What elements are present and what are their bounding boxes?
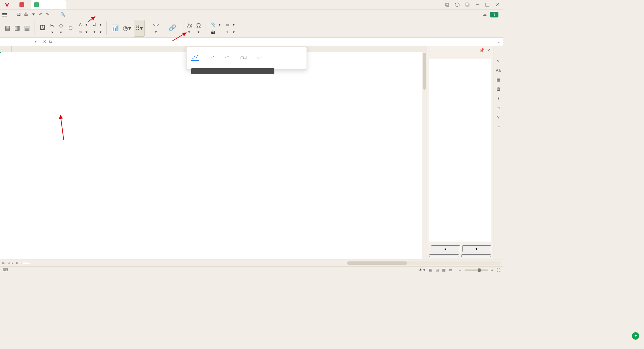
scatter-chart-button[interactable]: ⠿▾ <box>134 20 145 37</box>
search-icon[interactable]: 🔍 <box>60 12 65 17</box>
zoom-out-icon[interactable]: − <box>459 268 461 272</box>
mindmap-button[interactable]: ✦ ▾ <box>92 29 102 35</box>
style-tool-icon[interactable]: Aa <box>496 68 501 73</box>
annotation-arrow-1 <box>59 113 69 141</box>
collapse-rail-icon[interactable]: — <box>496 49 500 54</box>
picture-button[interactable]: 🖼 <box>38 20 47 37</box>
wordart-button[interactable]: A ▾ <box>77 21 88 28</box>
minimize-icon[interactable] <box>474 2 480 8</box>
print-icon[interactable]: 🖶 <box>24 12 28 17</box>
formula-bar: ▼ ✕ fx ⌄ <box>0 38 503 46</box>
selection-pane-subtitle <box>427 55 493 57</box>
svg-point-10 <box>196 57 197 58</box>
insert-ribbon: ▦ ▥ ▤ 🖼 ✂ ▾ ◇ ▾ ☺ A ▾ ▭ ▾ ⇄ ▾ ✦ ▾ 📊 ◔▾ ⠿… <box>0 19 503 38</box>
vertical-scrollbar[interactable] <box>422 52 427 259</box>
template-tab[interactable] <box>16 0 30 9</box>
print-preview-icon[interactable]: 👁 <box>32 12 36 17</box>
maximize-icon[interactable] <box>484 2 490 8</box>
chevron-down-icon[interactable]: ▼ <box>34 40 37 43</box>
hamburger-icon[interactable] <box>2 12 7 16</box>
scatter-basic-icon[interactable] <box>191 54 199 61</box>
select-all-corner[interactable] <box>0 46 12 52</box>
camera-button[interactable]: 📷 <box>211 29 221 35</box>
layout-tool-icon[interactable]: ▦ <box>496 78 500 82</box>
pin-icon[interactable]: 📌 <box>479 48 484 53</box>
svg-point-11 <box>197 55 198 56</box>
slicer-button[interactable]: ▭ ▾ <box>225 21 235 28</box>
cube-icon[interactable] <box>454 2 460 8</box>
document-tab[interactable] <box>31 0 66 9</box>
cloud-icon[interactable]: ☁ <box>483 12 487 17</box>
view-reading-icon[interactable]: ▭ <box>449 268 452 272</box>
cancel-formula-icon[interactable]: ✕ <box>43 39 46 44</box>
sheet-tab[interactable] <box>21 262 30 264</box>
svg-line-13 <box>88 16 95 22</box>
svg-point-8 <box>193 58 194 59</box>
pivot-table-button[interactable]: ▦ <box>3 20 12 37</box>
title-bar <box>0 0 503 10</box>
expand-formula-bar-icon[interactable]: ⌄ <box>494 39 503 44</box>
pie-chart-button[interactable]: ◔▾ <box>121 20 132 37</box>
settings-tool-icon[interactable]: ✶ <box>497 96 500 101</box>
status-bar: ⌨ 👁 ▾ ▦ ▤ ▥ ▭ − + ⛶ <box>0 266 503 273</box>
view-break-icon[interactable]: ▥ <box>442 268 445 272</box>
eye-icon[interactable]: 👁 ▾ <box>419 268 425 272</box>
selection-pane-list[interactable] <box>429 59 491 242</box>
spreadsheet-icon <box>34 2 39 7</box>
svg-point-3 <box>466 3 468 5</box>
scatter-smooth-icon[interactable] <box>223 54 231 61</box>
image-tool-icon[interactable]: 🖼 <box>496 87 500 92</box>
undo-icon[interactable]: ↶ <box>39 12 42 17</box>
more-material-button[interactable]: ✧ ▾ <box>225 29 235 35</box>
more-tool-icon[interactable]: ⋯ <box>496 124 500 129</box>
shapes-button[interactable]: ◇ ▾ <box>57 20 65 37</box>
all-charts-button[interactable]: 📊 <box>110 20 120 37</box>
screenshot-button[interactable]: ✂ ▾ <box>48 20 56 37</box>
zoom-in-icon[interactable]: + <box>491 268 493 272</box>
move-down-button[interactable]: ▾ <box>462 245 491 252</box>
pivot-chart-button[interactable]: ▥ <box>13 20 21 37</box>
sheet-prev-icon[interactable]: ◂ <box>8 261 10 265</box>
fx-icon[interactable]: fx <box>49 39 52 44</box>
select-tool-icon[interactable]: ↖ <box>497 59 500 63</box>
svg-rect-1 <box>446 4 449 6</box>
restore-down-icon[interactable] <box>444 2 450 8</box>
symbol-button[interactable]: Ω ▾ <box>195 20 202 37</box>
close-pane-icon[interactable]: ✕ <box>487 48 490 53</box>
user-avatar-icon[interactable] <box>464 2 470 8</box>
annotation-arrow-insert-tab <box>88 16 98 23</box>
annotation-arrow-scatter-btn <box>172 32 189 43</box>
fullscreen-icon[interactable]: ⛶ <box>497 268 500 272</box>
attachment-button[interactable]: 📎 ▾ <box>211 21 221 28</box>
chart-type-tooltip <box>191 68 274 74</box>
zoom-slider[interactable] <box>465 269 488 271</box>
redo-icon[interactable]: ↷ <box>46 12 49 17</box>
scatter-line-icon[interactable] <box>207 54 215 61</box>
view-page-icon[interactable]: ▤ <box>435 268 439 272</box>
sheet-last-icon[interactable]: ⏭ <box>16 261 19 265</box>
status-mode-icon[interactable]: ⌨ <box>3 268 8 272</box>
app-tab[interactable] <box>1 0 15 9</box>
sheet-first-icon[interactable]: ⏮ <box>2 261 6 265</box>
sparkline-button[interactable]: 〰 ▾ <box>152 20 160 37</box>
share-button[interactable]: ⇧ <box>490 12 498 17</box>
textbox-button[interactable]: ▭ ▾ <box>77 29 88 35</box>
scatter-step-icon[interactable] <box>239 54 248 61</box>
hide-all-button[interactable] <box>461 254 491 257</box>
close-icon[interactable] <box>494 2 500 8</box>
scatter-subtype-row <box>186 53 307 63</box>
file-menu[interactable] <box>9 14 13 15</box>
chart-tool-icon[interactable]: ▭ <box>496 106 500 110</box>
table-button[interactable]: ▤ <box>23 20 31 37</box>
move-up-button[interactable]: ▴ <box>431 245 460 252</box>
sheet-next-icon[interactable]: ▸ <box>12 261 14 265</box>
view-normal-icon[interactable]: ▦ <box>429 268 432 272</box>
scatter-area-icon[interactable] <box>256 54 264 61</box>
spreadsheet-grid[interactable] <box>0 46 427 259</box>
help-tool-icon[interactable]: ? <box>497 115 499 120</box>
icons-button[interactable]: ☺ <box>66 20 75 37</box>
save-icon[interactable]: 🖫 <box>17 12 21 17</box>
name-box[interactable]: ▼ <box>0 38 40 46</box>
horizontal-scrollbar[interactable] <box>347 261 501 265</box>
show-all-button[interactable] <box>429 254 459 257</box>
